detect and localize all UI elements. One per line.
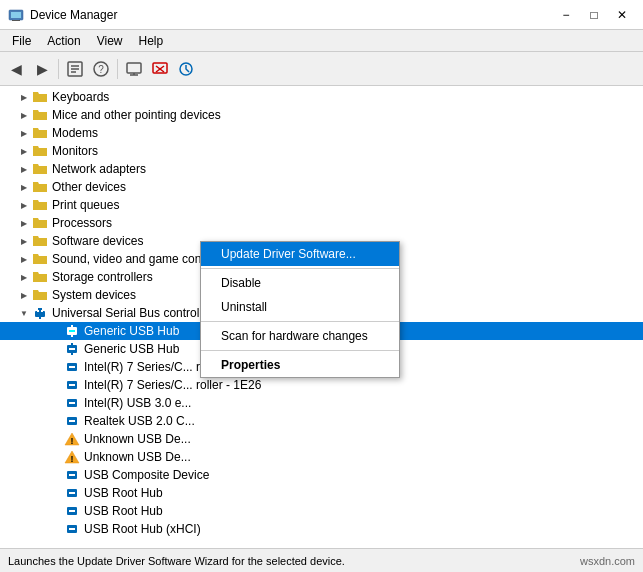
list-item[interactable]: Mice and other pointing devices bbox=[0, 106, 643, 124]
list-item[interactable]: ! Unknown USB De... bbox=[0, 448, 643, 466]
usb-hub-icon bbox=[32, 305, 48, 321]
expand-arrow[interactable] bbox=[16, 89, 32, 105]
context-menu-disable[interactable]: Disable bbox=[201, 271, 399, 295]
expand-arrow[interactable] bbox=[16, 143, 32, 159]
folder-icon bbox=[32, 161, 48, 177]
menu-view[interactable]: View bbox=[89, 32, 131, 50]
usb-device-icon bbox=[64, 413, 80, 429]
usb-device-icon bbox=[64, 377, 80, 393]
list-item[interactable]: Intel(R) 7 Series/C... roller - 1E26 bbox=[0, 376, 643, 394]
list-item[interactable]: Print queues bbox=[0, 196, 643, 214]
status-bar: Launches the Update Driver Software Wiza… bbox=[0, 548, 643, 572]
folder-icon bbox=[32, 179, 48, 195]
item-label: USB Composite Device bbox=[84, 468, 209, 482]
device-tree[interactable]: Keyboards Mice and other pointing device… bbox=[0, 86, 643, 548]
list-item[interactable]: USB Root Hub bbox=[0, 484, 643, 502]
item-label: USB Root Hub (xHCI) bbox=[84, 522, 201, 536]
svg-rect-43 bbox=[69, 474, 75, 476]
svg-rect-28 bbox=[71, 343, 73, 346]
list-item[interactable]: Modems bbox=[0, 124, 643, 142]
expand-arrow[interactable] bbox=[16, 107, 32, 123]
toolbar: ◀ ▶ ? bbox=[0, 52, 643, 86]
expand-arrow[interactable] bbox=[16, 305, 32, 321]
forward-button[interactable]: ▶ bbox=[30, 57, 54, 81]
item-label: Other devices bbox=[52, 180, 126, 194]
item-label: Universal Serial Bus controllers bbox=[52, 306, 219, 320]
item-label: Realtek USB 2.0 C... bbox=[84, 414, 195, 428]
svg-rect-35 bbox=[69, 402, 75, 404]
list-item[interactable]: Intel(R) USB 3.0 e... bbox=[0, 394, 643, 412]
item-label: USB Root Hub bbox=[84, 504, 163, 518]
context-menu-separator-1 bbox=[201, 268, 399, 269]
context-menu-update[interactable]: Update Driver Software... bbox=[201, 242, 399, 266]
expand-arrow bbox=[48, 521, 64, 537]
list-item[interactable]: Monitors bbox=[0, 142, 643, 160]
expand-arrow bbox=[48, 503, 64, 519]
uninstall-button[interactable] bbox=[148, 57, 172, 81]
list-item[interactable]: USB Root Hub bbox=[0, 502, 643, 520]
menu-bar: File Action View Help bbox=[0, 30, 643, 52]
expand-arrow[interactable] bbox=[16, 287, 32, 303]
properties-button[interactable] bbox=[63, 57, 87, 81]
svg-rect-31 bbox=[69, 366, 75, 368]
toolbar-separator-2 bbox=[117, 59, 118, 79]
menu-action[interactable]: Action bbox=[39, 32, 88, 50]
expand-arrow[interactable] bbox=[16, 215, 32, 231]
svg-rect-25 bbox=[71, 334, 73, 337]
menu-help[interactable]: Help bbox=[131, 32, 172, 50]
usb-device-icon bbox=[64, 521, 80, 537]
menu-file[interactable]: File bbox=[4, 32, 39, 50]
expand-arrow[interactable] bbox=[16, 251, 32, 267]
folder-icon bbox=[32, 251, 48, 267]
title-bar: Device Manager − □ ✕ bbox=[0, 0, 643, 30]
expand-arrow[interactable] bbox=[16, 197, 32, 213]
svg-rect-27 bbox=[69, 348, 75, 350]
expand-arrow[interactable] bbox=[16, 161, 32, 177]
svg-rect-10 bbox=[127, 63, 141, 73]
item-label: Network adapters bbox=[52, 162, 146, 176]
scan-button[interactable] bbox=[174, 57, 198, 81]
list-item[interactable]: Keyboards bbox=[0, 88, 643, 106]
usb-device-icon bbox=[64, 485, 80, 501]
svg-rect-37 bbox=[69, 420, 75, 422]
expand-arrow bbox=[48, 449, 64, 465]
expand-arrow[interactable] bbox=[16, 233, 32, 249]
list-item[interactable]: USB Composite Device bbox=[0, 466, 643, 484]
list-item[interactable]: Realtek USB 2.0 C... bbox=[0, 412, 643, 430]
usb-device-icon bbox=[64, 323, 80, 339]
expand-arrow bbox=[48, 359, 64, 375]
expand-arrow bbox=[48, 413, 64, 429]
maximize-button[interactable]: □ bbox=[581, 5, 607, 25]
list-item[interactable]: USB Root Hub (xHCI) bbox=[0, 520, 643, 538]
svg-rect-19 bbox=[39, 317, 41, 319]
list-item[interactable]: ! Unknown USB De... bbox=[0, 430, 643, 448]
help-button[interactable]: ? bbox=[89, 57, 113, 81]
list-item[interactable]: Network adapters bbox=[0, 160, 643, 178]
close-button[interactable]: ✕ bbox=[609, 5, 635, 25]
context-menu-uninstall[interactable]: Uninstall bbox=[201, 295, 399, 319]
usb-device-icon bbox=[64, 359, 80, 375]
svg-rect-45 bbox=[69, 492, 75, 494]
expand-arrow[interactable] bbox=[16, 179, 32, 195]
expand-arrow bbox=[48, 341, 64, 357]
item-label: Processors bbox=[52, 216, 112, 230]
list-item[interactable]: Other devices bbox=[0, 178, 643, 196]
item-label: Generic USB Hub bbox=[84, 342, 179, 356]
svg-rect-29 bbox=[71, 352, 73, 355]
item-label: USB Root Hub bbox=[84, 486, 163, 500]
folder-icon bbox=[32, 125, 48, 141]
minimize-button[interactable]: − bbox=[553, 5, 579, 25]
context-menu-scan[interactable]: Scan for hardware changes bbox=[201, 324, 399, 348]
back-button[interactable]: ◀ bbox=[4, 57, 28, 81]
expand-arrow[interactable] bbox=[16, 125, 32, 141]
expand-arrow bbox=[48, 395, 64, 411]
list-item[interactable]: Processors bbox=[0, 214, 643, 232]
item-label: Software devices bbox=[52, 234, 143, 248]
item-label: Print queues bbox=[52, 198, 119, 212]
app-icon bbox=[8, 7, 24, 23]
svg-rect-47 bbox=[69, 510, 75, 512]
expand-arrow[interactable] bbox=[16, 269, 32, 285]
display-button[interactable] bbox=[122, 57, 146, 81]
context-menu-properties[interactable]: Properties bbox=[201, 353, 399, 377]
window-title: Device Manager bbox=[30, 8, 553, 22]
